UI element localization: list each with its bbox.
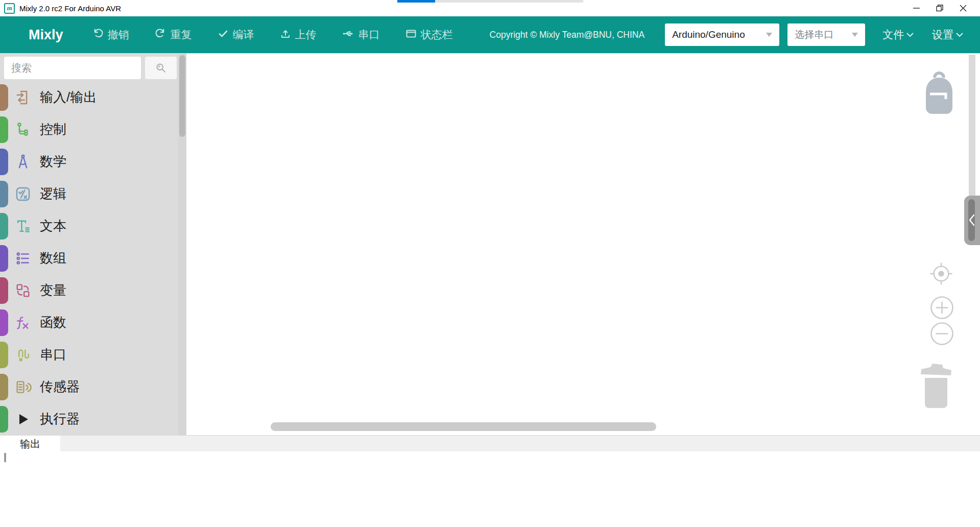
category-color-bar bbox=[0, 309, 8, 336]
search-icon bbox=[155, 62, 167, 74]
copyright-text: Copyright © Mixly Team@BNU, CHINA bbox=[490, 30, 645, 40]
category-color-bar bbox=[0, 213, 8, 239]
sidebar-item-array[interactable]: 数组 bbox=[0, 243, 186, 275]
dropdown-arrow-icon bbox=[766, 33, 772, 37]
close-button[interactable] bbox=[951, 0, 975, 16]
window-title: Mixly 2.0 rc2 For Arduino AVR bbox=[19, 4, 121, 13]
category-label: 控制 bbox=[40, 121, 66, 138]
statusbar-label: 状态栏 bbox=[421, 28, 453, 42]
main-toolbar: Mixly 撤销 重复 bbox=[0, 16, 980, 54]
settings-menu[interactable]: 设置 bbox=[932, 28, 963, 42]
search-input[interactable] bbox=[4, 57, 141, 79]
dropdown-arrow-icon bbox=[852, 33, 858, 37]
minimize-button[interactable] bbox=[904, 0, 928, 16]
restore-button[interactable] bbox=[928, 0, 951, 16]
category-label: 数组 bbox=[40, 249, 66, 267]
serial-label: 串口 bbox=[358, 28, 380, 42]
center-workspace-button[interactable] bbox=[929, 262, 953, 285]
sidebar-item-math[interactable]: 数学 bbox=[0, 146, 186, 178]
io-icon bbox=[14, 89, 32, 106]
mixly-app-icon: m bbox=[4, 3, 15, 14]
redo-button[interactable]: 重复 bbox=[155, 28, 192, 42]
sidebar-item-function[interactable]: 函数 bbox=[0, 307, 186, 339]
category-color-bar bbox=[0, 181, 8, 207]
category-label: 逻辑 bbox=[40, 185, 66, 203]
variable-icon bbox=[14, 282, 32, 299]
sidebar-item-serial[interactable]: 串口 bbox=[0, 339, 186, 371]
redo-icon bbox=[155, 28, 166, 42]
search-button[interactable] bbox=[145, 57, 177, 79]
upload-icon bbox=[280, 28, 291, 42]
backpack-icon[interactable] bbox=[923, 69, 955, 118]
file-menu[interactable]: 文件 bbox=[882, 28, 914, 42]
redo-label: 重复 bbox=[171, 28, 192, 42]
sidebar-item-variable[interactable]: 变量 bbox=[0, 275, 186, 307]
chevron-down-icon bbox=[956, 33, 963, 37]
undo-label: 撤销 bbox=[108, 28, 129, 42]
blockly-workspace[interactable] bbox=[186, 54, 980, 435]
statusbar-icon bbox=[405, 28, 417, 42]
sidebar-item-sensor[interactable]: 传感器 bbox=[0, 371, 186, 403]
statusbar-toggle-button[interactable]: 状态栏 bbox=[405, 28, 453, 42]
sensor-icon bbox=[14, 378, 32, 396]
code-panel-collapse-handle[interactable] bbox=[964, 196, 980, 245]
category-label: 串口 bbox=[40, 346, 66, 364]
plus-icon bbox=[930, 296, 954, 320]
port-select-dropdown[interactable]: 选择串口 bbox=[787, 23, 865, 46]
category-color-bar bbox=[0, 116, 8, 143]
category-label: 数学 bbox=[40, 153, 66, 171]
settings-menu-label: 设置 bbox=[932, 28, 953, 42]
array-icon bbox=[14, 250, 32, 267]
zoom-in-button[interactable] bbox=[930, 296, 954, 320]
category-color-bar bbox=[0, 245, 8, 272]
category-label: 变量 bbox=[40, 281, 66, 299]
chevron-left-icon bbox=[968, 213, 976, 227]
mixly-app-window: m Mixly 2.0 rc2 For Arduino AVR Mixly bbox=[0, 0, 980, 527]
control-icon bbox=[14, 121, 32, 138]
top-progress-bar-fill bbox=[397, 0, 435, 3]
mixly-brand-logo[interactable]: Mixly bbox=[29, 27, 63, 43]
output-panel[interactable] bbox=[0, 451, 980, 527]
undo-button[interactable]: 撤销 bbox=[92, 28, 129, 42]
logic-icon bbox=[14, 185, 32, 203]
horizontal-scrollbar[interactable] bbox=[271, 422, 656, 431]
upload-button[interactable]: 上传 bbox=[280, 28, 317, 42]
category-label: 输入/输出 bbox=[40, 88, 97, 106]
trash-icon[interactable] bbox=[920, 360, 952, 409]
minus-icon bbox=[930, 322, 954, 346]
category-list: 输入/输出 控制 bbox=[0, 82, 186, 436]
category-color-bar bbox=[0, 406, 8, 433]
upload-label: 上传 bbox=[295, 28, 317, 42]
sidebar-item-actuator[interactable]: 执行器 bbox=[0, 403, 186, 436]
zoom-out-button[interactable] bbox=[930, 322, 954, 346]
sidebar-scrollbar-thumb[interactable] bbox=[179, 55, 185, 137]
compile-check-icon bbox=[218, 28, 229, 42]
usb-icon bbox=[342, 28, 354, 42]
tab-output[interactable]: 输出 bbox=[0, 436, 60, 452]
category-color-bar bbox=[0, 342, 8, 368]
block-category-sidebar: 输入/输出 控制 bbox=[0, 54, 186, 435]
serial-monitor-button[interactable]: 串口 bbox=[342, 28, 380, 42]
compile-label: 编译 bbox=[233, 28, 254, 42]
play-triangle-icon bbox=[14, 411, 32, 428]
category-label: 执行器 bbox=[40, 410, 80, 428]
compile-button[interactable]: 编译 bbox=[218, 28, 254, 42]
sidebar-item-logic[interactable]: 逻辑 bbox=[0, 178, 186, 210]
bottom-tab-bar: 输出 bbox=[0, 435, 980, 451]
category-color-bar bbox=[0, 277, 8, 304]
sidebar-item-text[interactable]: 文本 bbox=[0, 210, 186, 243]
vertical-scrollbar[interactable] bbox=[969, 55, 975, 196]
category-color-bar bbox=[0, 149, 8, 175]
chevron-down-icon bbox=[906, 33, 914, 37]
text-icon bbox=[14, 218, 32, 235]
port-select-value: 选择串口 bbox=[795, 28, 847, 41]
output-caret bbox=[4, 453, 6, 462]
board-select-dropdown[interactable]: Arduino/Genuino bbox=[665, 23, 779, 46]
top-progress-bar-track bbox=[435, 0, 583, 3]
math-icon bbox=[14, 153, 32, 171]
crosshair-icon bbox=[929, 262, 953, 285]
category-label: 传感器 bbox=[40, 378, 80, 396]
category-label: 函数 bbox=[40, 314, 66, 331]
sidebar-item-io[interactable]: 输入/输出 bbox=[0, 82, 186, 114]
sidebar-item-control[interactable]: 控制 bbox=[0, 114, 186, 146]
